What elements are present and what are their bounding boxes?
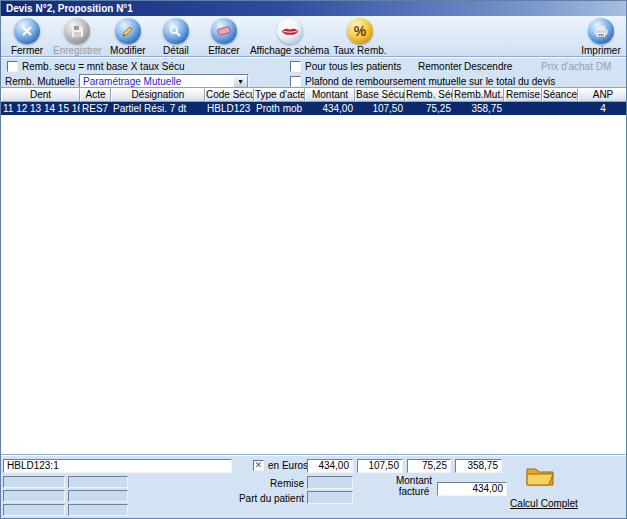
calcul-complet-button[interactable] <box>525 463 555 489</box>
en-euros-checkbox[interactable]: ✕ <box>253 460 264 471</box>
devis-table: Dent Acte Désignation Code Sécu. Type d'… <box>1 87 627 456</box>
col-type-acte[interactable]: Type d'acte <box>254 88 305 102</box>
options-panel: Remb. secu = mnt base X taux Sécu Pour t… <box>1 57 626 87</box>
col-designation[interactable]: Désignation <box>111 88 205 102</box>
col-anp[interactable]: ANP <box>578 88 627 102</box>
cell-code-secu: HBLD123 <box>205 102 254 115</box>
col-montant[interactable]: Montant <box>305 88 355 102</box>
summary-box <box>68 490 128 502</box>
part-patient-label: Part du patient <box>227 493 304 504</box>
col-remb-secu[interactable]: Remb. Sécu <box>405 88 453 102</box>
summary-box <box>3 504 65 516</box>
cell-remise <box>504 102 542 115</box>
total-remb-mut: 358,75 <box>455 459 502 473</box>
col-remise[interactable]: Remise <box>504 88 542 102</box>
effacer-label: Effacer <box>208 45 240 56</box>
col-dent[interactable]: Dent <box>1 88 80 102</box>
col-code-secu[interactable]: Code Sécu. <box>205 88 254 102</box>
toolbar: Fermer Enregistrer Modifier Détail Effac… <box>1 16 626 57</box>
summary-box <box>3 490 65 502</box>
modifier-button[interactable]: Modifier <box>106 18 150 56</box>
summary-box <box>68 504 128 516</box>
montant-facture-value: 434,00 <box>437 482 507 496</box>
printer-icon <box>588 18 614 44</box>
remb-mutuelle-label: Remb. Mutuelle : <box>5 76 81 87</box>
total-remb-secu: 75,25 <box>407 459 451 473</box>
cell-remb-secu: 75,25 <box>405 102 453 115</box>
affichage-schema-button[interactable]: Affichage schéma <box>250 18 329 56</box>
table-row[interactable]: 11 12 13 14 15 16 17 RES7 Partiel Rési. … <box>1 102 627 115</box>
detail-button[interactable]: Détail <box>154 18 198 56</box>
affichage-schema-label: Affichage schéma <box>250 45 329 56</box>
prix-achat-label: Prix d'achat DM <box>541 61 611 72</box>
save-icon <box>64 18 90 44</box>
col-seance[interactable]: Séance <box>542 88 578 102</box>
devis-window: Devis N°2, Proposition N°1 Fermer Enregi… <box>0 0 627 519</box>
cell-base-secu: 107,50 <box>355 102 405 115</box>
taux-remb-label: Taux Remb. <box>333 45 386 56</box>
effacer-button[interactable]: Effacer <box>202 18 246 56</box>
remonter-button[interactable]: Remonter <box>418 61 462 72</box>
calcul-complet-label[interactable]: Calcul Complet <box>501 498 587 509</box>
remise-field[interactable] <box>307 476 353 489</box>
total-montant: 434,00 <box>307 459 353 473</box>
cell-remb-mut: 358,75 <box>453 102 504 115</box>
taux-remb-button[interactable]: % Taux Remb. <box>333 18 386 56</box>
summary-box <box>68 476 128 488</box>
col-base-secu[interactable]: Base Sécu <box>355 88 405 102</box>
calcul-complet-icon <box>525 463 555 487</box>
montant-facture-label: Montant facturé <box>393 475 435 497</box>
cell-anp: 4 <box>578 102 627 115</box>
descendre-button[interactable]: Descendre <box>464 61 512 72</box>
plafond-label: Plafond de remboursement mutuelle sur le… <box>305 76 555 87</box>
pencil-icon <box>115 18 141 44</box>
part-patient-field[interactable] <box>307 491 353 504</box>
enregistrer-label: Enregistrer <box>53 45 102 56</box>
remb-secu-label: Remb. secu = mnt base X taux Sécu <box>22 61 185 72</box>
col-acte[interactable]: Acte <box>80 88 111 102</box>
fermer-label: Fermer <box>11 45 43 56</box>
cell-acte: RES7 <box>80 102 111 115</box>
plafond-checkbox[interactable] <box>290 76 301 87</box>
col-remb-mut[interactable]: Remb.Mut. <box>453 88 504 102</box>
imprimer-button[interactable]: Imprimer <box>579 18 623 56</box>
percent-icon: % <box>347 18 373 44</box>
pour-tous-checkbox[interactable] <box>290 61 301 72</box>
totals-panel: HBLD123:1 ✕ en Euros 434,00 107,50 75,25… <box>1 454 627 518</box>
fermer-button[interactable]: Fermer <box>5 18 49 56</box>
cell-type-acte: Proth mob <box>254 102 305 115</box>
enregistrer-button[interactable]: Enregistrer <box>53 18 102 56</box>
imprimer-label: Imprimer <box>581 45 620 56</box>
cell-montant: 434,00 <box>305 102 355 115</box>
remise-label: Remise <box>247 478 304 489</box>
pour-tous-label: Pour tous les patients <box>305 61 401 72</box>
cell-seance <box>542 102 578 115</box>
cell-designation: Partiel Rési. 7 dt <box>111 102 205 115</box>
detail-label: Détail <box>163 45 189 56</box>
title-bar: Devis N°2, Proposition N°1 <box>1 1 626 16</box>
codes-field[interactable]: HBLD123:1 <box>3 459 232 473</box>
total-base-secu: 107,50 <box>357 459 403 473</box>
mouth-icon <box>277 18 303 44</box>
remb-secu-checkbox[interactable] <box>7 61 18 72</box>
table-header: Dent Acte Désignation Code Sécu. Type d'… <box>1 88 627 102</box>
magnifier-icon <box>163 18 189 44</box>
close-icon <box>14 18 40 44</box>
modifier-label: Modifier <box>110 45 146 56</box>
en-euros-label: en Euros <box>268 460 308 471</box>
window-title: Devis N°2, Proposition N°1 <box>6 3 133 14</box>
summary-box <box>3 476 65 488</box>
eraser-icon <box>211 18 237 44</box>
cell-dent: 11 12 13 14 15 16 17 <box>1 102 80 115</box>
